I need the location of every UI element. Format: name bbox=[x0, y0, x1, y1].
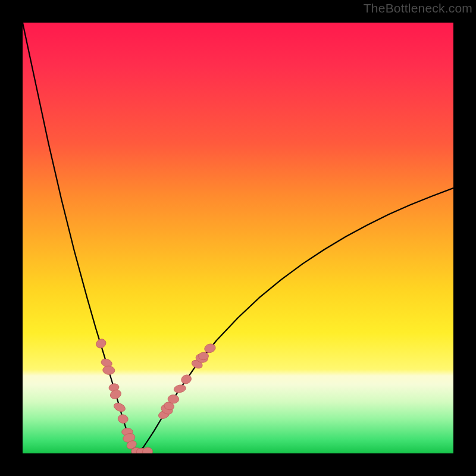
watermark-text: TheBottleneck.com bbox=[364, 1, 472, 15]
marker-dot bbox=[203, 343, 217, 354]
marker-dot bbox=[95, 337, 108, 350]
marker-dot bbox=[173, 384, 186, 393]
marker-dot bbox=[117, 414, 129, 424]
marker-dot bbox=[112, 402, 127, 414]
markers-group bbox=[95, 337, 217, 453]
marker-dot bbox=[142, 447, 153, 453]
curve-right bbox=[137, 188, 453, 453]
plot-svg bbox=[23, 23, 453, 453]
curve-left bbox=[23, 23, 137, 453]
chart-container: TheBottleneck.com bbox=[0, 0, 476, 476]
marker-dot bbox=[102, 365, 115, 375]
plot-area bbox=[23, 23, 453, 453]
marker-dot bbox=[180, 373, 192, 385]
marker-dot bbox=[168, 394, 179, 403]
